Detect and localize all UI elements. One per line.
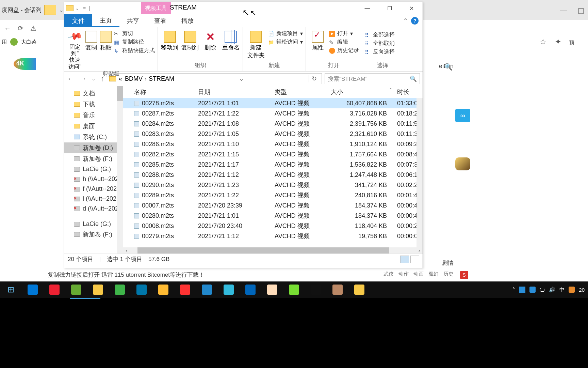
- chevron-right-icon[interactable]: ›: [145, 75, 147, 82]
- address-dropdown[interactable]: ⌄: [237, 75, 246, 82]
- taskbar-app[interactable]: [87, 281, 109, 298]
- logo-4k[interactable]: 4K: [14, 58, 36, 70]
- invert-selection-button[interactable]: 反向选择: [365, 48, 395, 56]
- file-row[interactable]: 00288.m2ts 2021/7/21 1:12 AVCHD 视频 1,247…: [123, 170, 423, 180]
- edit-button[interactable]: 编辑: [329, 39, 359, 46]
- open-button[interactable]: 打开 ▾: [329, 30, 359, 37]
- paste-shortcut-button[interactable]: 粘贴快捷方式: [114, 47, 155, 54]
- tab-play[interactable]: 播放: [174, 14, 201, 27]
- search-icon[interactable]: 🔍: [410, 75, 417, 82]
- select-none-button[interactable]: 全部取消: [365, 40, 395, 47]
- taskbar-app[interactable]: [196, 281, 218, 298]
- thumbnail-view-icon[interactable]: [410, 256, 419, 263]
- recent-dropdown[interactable]: ⌄: [92, 76, 96, 81]
- taskbar-app[interactable]: [348, 281, 370, 298]
- minimize-button[interactable]: —: [356, 2, 378, 14]
- file-row[interactable]: 00278.m2ts 2021/7/21 1:01 AVCHD 视频 60,40…: [123, 98, 423, 108]
- tree-item[interactable]: 音乐: [64, 110, 123, 121]
- tag-link[interactable]: 动画: [413, 271, 424, 277]
- col-duration[interactable]: 时长: [394, 88, 423, 96]
- taskbar-app[interactable]: [174, 281, 196, 298]
- file-list[interactable]: 00278.m2ts 2021/7/21 1:01 AVCHD 视频 60,40…: [123, 98, 423, 247]
- start-button[interactable]: ⊞: [0, 281, 22, 298]
- more-icon[interactable]: 预: [569, 40, 574, 45]
- scroll-right-icon[interactable]: ›: [416, 248, 423, 253]
- taskbar-app[interactable]: [152, 281, 174, 298]
- tab-file[interactable]: 文件: [64, 14, 92, 27]
- file-row[interactable]: 00280.m2ts 2021/7/21 1:01 AVCHD 视频 184,3…: [123, 211, 423, 221]
- maximize-button[interactable]: ☐: [378, 2, 401, 14]
- taskbar-app[interactable]: [44, 281, 65, 298]
- file-row[interactable]: 00284.m2ts 2021/7/21 1:08 AVCHD 视频 2,391…: [123, 119, 423, 129]
- paste-button[interactable]: 粘贴: [99, 29, 112, 51]
- col-name[interactable]: 名称: [123, 88, 195, 96]
- copy-button[interactable]: 复制: [85, 29, 98, 51]
- tree-item[interactable]: 桌面: [64, 121, 123, 132]
- nav-tree[interactable]: 文档下载音乐桌面系统 (C:)新加卷 (D:)新加卷 (F:)LaCie (G:…: [64, 86, 123, 254]
- file-row[interactable]: 00286.m2ts 2021/7/21 1:10 AVCHD 视频 1,910…: [123, 139, 423, 149]
- tree-item[interactable]: f (\\Autt--20210: [64, 184, 123, 194]
- new-item-button[interactable]: 新建项目 ▾: [268, 30, 303, 37]
- clock[interactable]: 20: [579, 287, 585, 293]
- volume-icon[interactable]: 🔊: [549, 287, 555, 293]
- taskbar-app[interactable]: [22, 281, 44, 298]
- tree-item[interactable]: 系统 (C:): [64, 132, 123, 142]
- breadcrumb-1[interactable]: BDMV: [125, 75, 143, 82]
- scroll-thumb[interactable]: [137, 247, 389, 254]
- taskbar-app[interactable]: [327, 281, 348, 298]
- cut-button[interactable]: 剪切: [114, 30, 155, 37]
- move-to-button[interactable]: 移动到: [161, 29, 179, 51]
- tag-link[interactable]: 武侠: [383, 271, 394, 277]
- tree-item[interactable]: i (\\Autt--2021: [64, 194, 123, 204]
- file-row[interactable]: 00283.m2ts 2021/7/21 1:05 AVCHD 视频 2,321…: [123, 129, 423, 139]
- select-all-button[interactable]: 全部选择: [365, 31, 395, 39]
- tray-up-icon[interactable]: ˄: [512, 287, 515, 293]
- puzzle-icon[interactable]: ✦: [555, 37, 561, 46]
- tab-home[interactable]: 主页: [92, 14, 119, 27]
- ime-badge-icon[interactable]: S: [460, 271, 468, 279]
- tag-link[interactable]: 历史: [443, 271, 454, 277]
- help-icon[interactable]: ?: [411, 17, 419, 25]
- taskbar[interactable]: ⊞ ˄ 🖵 🔊 中 20: [0, 281, 588, 298]
- chevron-up-icon[interactable]: ⌃: [403, 17, 408, 24]
- horizontal-scrollbar[interactable]: ‹ ›: [123, 247, 423, 254]
- taskbar-app[interactable]: [109, 281, 131, 298]
- taskbar-app[interactable]: [131, 281, 152, 298]
- up-button[interactable]: ↑: [100, 74, 104, 83]
- tree-item[interactable]: 下载: [64, 99, 123, 110]
- breadcrumb-2[interactable]: STREAM: [149, 75, 174, 82]
- side-widget-gold[interactable]: [455, 157, 470, 170]
- taskbar-app[interactable]: [305, 281, 327, 298]
- video-tools-tab[interactable]: 视频工具: [141, 2, 171, 14]
- green-icon[interactable]: [10, 38, 18, 46]
- taskbar-app[interactable]: [65, 281, 87, 298]
- tree-item[interactable]: LaCie (G:): [64, 219, 123, 229]
- ime-indicator[interactable]: 中: [559, 287, 565, 293]
- tray-app-icon[interactable]: [569, 287, 575, 293]
- minimize-icon[interactable]: —: [560, 6, 567, 15]
- file-row[interactable]: 00008.m2ts 2021/7/20 23:40 AVCHD 视频 118,…: [123, 221, 423, 231]
- file-row[interactable]: 00290.m2ts 2021/7/21 1:23 AVCHD 视频 341,7…: [123, 180, 423, 190]
- tab-share[interactable]: 共享: [119, 14, 147, 27]
- easy-access-button[interactable]: 轻松访问 ▾: [268, 39, 303, 46]
- side-widget-baidu[interactable]: ∞: [455, 109, 470, 122]
- address-bar[interactable]: « BDMV › STREAM ⌄ ↻: [107, 73, 322, 84]
- copy-path-button[interactable]: 复制路径: [114, 39, 155, 46]
- forward-button[interactable]: →: [79, 74, 87, 83]
- close-button[interactable]: ✕: [401, 2, 423, 14]
- file-row[interactable]: 00287.m2ts 2021/7/21 1:22 AVCHD 视频 3,716…: [123, 108, 423, 119]
- maximize-icon[interactable]: ▢: [577, 6, 585, 15]
- details-view-icon[interactable]: [400, 256, 409, 263]
- tree-item[interactable]: h (\\Autt--2021: [64, 174, 123, 184]
- back-button[interactable]: ←: [67, 74, 75, 83]
- scroll-left-icon[interactable]: ‹: [123, 248, 130, 253]
- bg-side-label[interactable]: 剧情: [442, 259, 454, 267]
- file-row[interactable]: 00285.m2ts 2021/7/21 1:17 AVCHD 视频 1,536…: [123, 159, 423, 170]
- search-input[interactable]: 搜索"STREAM" 🔍: [325, 73, 420, 84]
- taskbar-app[interactable]: [283, 281, 305, 298]
- tree-scroll-thumb[interactable]: [117, 86, 123, 101]
- file-row[interactable]: 00289.m2ts 2021/7/21 1:22 AVCHD 视频 240,8…: [123, 190, 423, 200]
- pin-to-quick-access[interactable]: 📌 固定到"快速访问": [67, 29, 83, 70]
- tag-link[interactable]: 动作: [398, 271, 409, 277]
- col-type[interactable]: 类型: [271, 88, 327, 96]
